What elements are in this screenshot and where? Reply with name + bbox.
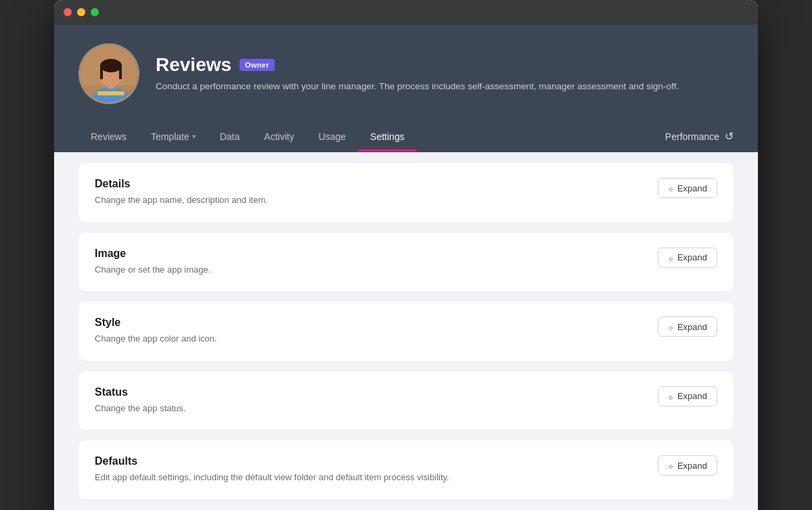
- header-info: Reviews Owner Conduct a performance revi…: [156, 54, 679, 93]
- svg-rect-6: [100, 66, 103, 79]
- details-expand-button[interactable]: ⬦ Expand: [658, 178, 717, 198]
- nav-left: Reviews Template ▾ Data Activity Usage S…: [78, 122, 417, 152]
- performance-label: Performance: [665, 131, 719, 142]
- refresh-icon: ↺: [725, 130, 734, 143]
- defaults-expand-button[interactable]: ⬦ Expand: [658, 455, 717, 476]
- maximize-button[interactable]: [91, 8, 99, 16]
- app-window: Reviews Owner Conduct a performance revi…: [54, 0, 758, 510]
- titlebar: [54, 0, 758, 24]
- tab-template[interactable]: Template ▾: [139, 122, 208, 152]
- status-expand-button[interactable]: ⬦ Expand: [658, 386, 717, 407]
- expand-icon: ⬦: [668, 252, 673, 263]
- svg-rect-7: [119, 66, 122, 79]
- svg-rect-8: [97, 91, 125, 95]
- chevron-down-icon: ▾: [192, 133, 196, 140]
- minimize-button[interactable]: [77, 8, 85, 16]
- details-description: Change the app name, description and ite…: [95, 193, 268, 207]
- owner-badge: Owner: [240, 59, 275, 71]
- status-section: Status Change the app status. ⬦ Expand: [78, 371, 734, 430]
- image-description: Change or set the app image.: [95, 263, 210, 277]
- svg-point-5: [100, 59, 122, 72]
- style-expand-button[interactable]: ⬦ Expand: [658, 317, 717, 337]
- defaults-section: Defaults Edit app default settings, incl…: [78, 440, 734, 499]
- tab-usage[interactable]: Usage: [307, 122, 358, 152]
- expand-icon: ⬦: [668, 460, 673, 471]
- tab-reviews[interactable]: Reviews: [78, 122, 139, 152]
- image-expand-button[interactable]: ⬦ Expand: [658, 248, 717, 268]
- performance-button[interactable]: Performance ↺: [665, 120, 734, 152]
- style-description: Change the app color and icon.: [95, 332, 217, 346]
- image-title: Image: [95, 248, 210, 260]
- details-section: Details Change the app name, description…: [78, 163, 734, 222]
- tab-activity[interactable]: Activity: [252, 122, 306, 152]
- avatar: [78, 43, 139, 104]
- app-header: Reviews Owner Conduct a performance revi…: [54, 24, 758, 152]
- details-title: Details: [95, 178, 268, 190]
- navigation: Reviews Template ▾ Data Activity Usage S…: [78, 120, 734, 152]
- image-section: Image Change or set the app image. ⬦ Exp…: [78, 233, 734, 292]
- defaults-description: Edit app default settings, including the…: [95, 471, 449, 484]
- expand-icon: ⬦: [668, 321, 673, 332]
- tab-settings[interactable]: Settings: [358, 122, 417, 152]
- header-description: Conduct a performance review with your l…: [156, 80, 679, 93]
- style-title: Style: [95, 317, 217, 329]
- settings-content: Details Change the app name, description…: [54, 163, 758, 510]
- defaults-title: Defaults: [95, 455, 449, 467]
- style-section: Style Change the app color and icon. ⬦ E…: [78, 302, 734, 361]
- close-button[interactable]: [64, 8, 72, 16]
- expand-icon: ⬦: [668, 391, 673, 402]
- expand-icon: ⬦: [668, 183, 673, 193]
- tab-data[interactable]: Data: [208, 122, 252, 152]
- page-title: Reviews: [156, 54, 231, 76]
- status-title: Status: [95, 386, 185, 398]
- status-description: Change the app status.: [95, 402, 185, 415]
